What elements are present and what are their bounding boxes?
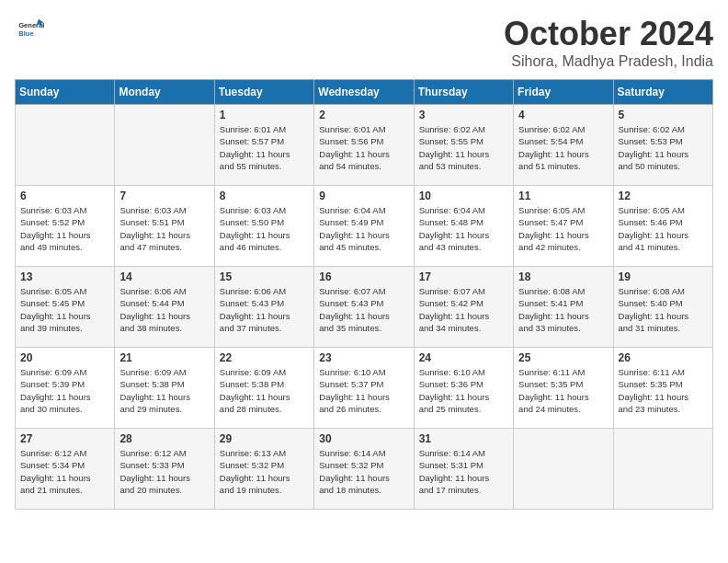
day-number: 17 [419,270,508,283]
day-number: 8 [220,190,309,202]
cell-week4-day5: 25Sunrise: 6:11 AM Sunset: 5:35 PM Dayli… [514,348,613,429]
col-tuesday: Tuesday [214,80,313,105]
cell-week1-day0 [16,105,115,186]
cell-week1-day1 [115,105,214,186]
day-info: Sunrise: 6:05 AM Sunset: 5:45 PM Dayligh… [20,285,109,334]
cell-week4-day4: 24Sunrise: 6:10 AM Sunset: 5:36 PM Dayli… [414,348,513,429]
week-row-3: 13Sunrise: 6:05 AM Sunset: 5:45 PM Dayli… [16,267,713,348]
cell-week1-day2: 1Sunrise: 6:01 AM Sunset: 5:57 PM Daylig… [214,105,313,186]
day-number: 28 [119,432,209,445]
svg-text:Blue: Blue [18,29,33,37]
day-number: 23 [319,351,408,364]
days-header-row: Sunday Monday Tuesday Wednesday Thursday… [16,80,713,105]
col-thursday: Thursday [414,80,513,105]
col-sunday: Sunday [16,80,115,105]
day-number: 7 [119,190,209,202]
day-number: 11 [518,190,608,202]
day-info: Sunrise: 6:09 AM Sunset: 5:39 PM Dayligh… [20,366,109,415]
day-number: 2 [319,109,408,121]
calendar-table: Sunday Monday Tuesday Wednesday Thursday… [15,79,713,510]
day-info: Sunrise: 6:12 AM Sunset: 5:34 PM Dayligh… [20,447,109,496]
day-info: Sunrise: 6:10 AM Sunset: 5:36 PM Dayligh… [419,366,508,415]
cell-week4-day6: 26Sunrise: 6:11 AM Sunset: 5:35 PM Dayli… [613,348,712,429]
day-info: Sunrise: 6:13 AM Sunset: 5:32 PM Dayligh… [220,447,309,496]
day-info: Sunrise: 6:02 AM Sunset: 5:54 PM Dayligh… [518,123,608,172]
cell-week3-day2: 15Sunrise: 6:06 AM Sunset: 5:43 PM Dayli… [214,267,313,348]
day-info: Sunrise: 6:09 AM Sunset: 5:38 PM Dayligh… [220,366,309,415]
day-number: 6 [20,190,109,202]
cell-week3-day1: 14Sunrise: 6:06 AM Sunset: 5:44 PM Dayli… [115,267,214,348]
day-number: 19 [619,270,708,283]
col-wednesday: Wednesday [314,80,414,105]
day-info: Sunrise: 6:06 AM Sunset: 5:44 PM Dayligh… [119,285,209,334]
day-number: 16 [319,270,408,283]
day-number: 12 [619,190,708,202]
week-row-2: 6Sunrise: 6:03 AM Sunset: 5:52 PM Daylig… [16,186,713,267]
cell-week2-day2: 8Sunrise: 6:03 AM Sunset: 5:50 PM Daylig… [214,186,313,267]
cell-week3-day5: 18Sunrise: 6:08 AM Sunset: 5:41 PM Dayli… [514,267,613,348]
cell-week1-day4: 3Sunrise: 6:02 AM Sunset: 5:55 PM Daylig… [414,105,513,186]
cell-week4-day0: 20Sunrise: 6:09 AM Sunset: 5:39 PM Dayli… [16,348,115,429]
cell-week1-day5: 4Sunrise: 6:02 AM Sunset: 5:54 PM Daylig… [514,105,613,186]
day-number: 22 [220,351,309,364]
day-info: Sunrise: 6:03 AM Sunset: 5:50 PM Dayligh… [220,204,309,253]
page-header: General Blue October 2024 Sihora, Madhya… [15,15,713,70]
title-location: Sihora, Madhya Pradesh, India [504,53,713,70]
day-info: Sunrise: 6:03 AM Sunset: 5:52 PM Dayligh… [20,204,109,253]
cell-week5-day4: 31Sunrise: 6:14 AM Sunset: 5:31 PM Dayli… [414,429,513,510]
day-number: 1 [220,109,309,121]
col-saturday: Saturday [613,80,712,105]
cell-week5-day5 [514,429,613,510]
day-info: Sunrise: 6:14 AM Sunset: 5:32 PM Dayligh… [319,447,408,496]
day-number: 15 [220,270,309,283]
cell-week5-day6 [613,429,712,510]
day-info: Sunrise: 6:01 AM Sunset: 5:57 PM Dayligh… [220,123,309,172]
day-info: Sunrise: 6:01 AM Sunset: 5:56 PM Dayligh… [319,123,408,172]
day-number: 24 [419,351,508,364]
cell-week4-day3: 23Sunrise: 6:10 AM Sunset: 5:37 PM Dayli… [314,348,414,429]
day-info: Sunrise: 6:05 AM Sunset: 5:46 PM Dayligh… [619,204,708,253]
cell-week3-day3: 16Sunrise: 6:07 AM Sunset: 5:43 PM Dayli… [314,267,414,348]
day-info: Sunrise: 6:12 AM Sunset: 5:33 PM Dayligh… [119,447,209,496]
title-block: October 2024 Sihora, Madhya Pradesh, Ind… [504,15,713,70]
day-info: Sunrise: 6:03 AM Sunset: 5:51 PM Dayligh… [119,204,209,253]
day-info: Sunrise: 6:04 AM Sunset: 5:49 PM Dayligh… [319,204,408,253]
day-number: 25 [518,351,608,364]
cell-week4-day1: 21Sunrise: 6:09 AM Sunset: 5:38 PM Dayli… [115,348,214,429]
cell-week3-day6: 19Sunrise: 6:08 AM Sunset: 5:40 PM Dayli… [613,267,712,348]
day-number: 20 [20,351,109,364]
week-row-4: 20Sunrise: 6:09 AM Sunset: 5:39 PM Dayli… [16,348,713,429]
day-info: Sunrise: 6:07 AM Sunset: 5:42 PM Dayligh… [419,285,508,334]
cell-week1-day3: 2Sunrise: 6:01 AM Sunset: 5:56 PM Daylig… [314,105,414,186]
cell-week2-day6: 12Sunrise: 6:05 AM Sunset: 5:46 PM Dayli… [613,186,712,267]
day-info: Sunrise: 6:10 AM Sunset: 5:37 PM Dayligh… [319,366,408,415]
cell-week2-day5: 11Sunrise: 6:05 AM Sunset: 5:47 PM Dayli… [514,186,613,267]
day-number: 18 [518,270,608,283]
cell-week2-day3: 9Sunrise: 6:04 AM Sunset: 5:49 PM Daylig… [314,186,414,267]
day-info: Sunrise: 6:11 AM Sunset: 5:35 PM Dayligh… [619,366,708,415]
day-number: 3 [419,109,508,121]
cell-week5-day1: 28Sunrise: 6:12 AM Sunset: 5:33 PM Dayli… [115,429,214,510]
day-info: Sunrise: 6:14 AM Sunset: 5:31 PM Dayligh… [419,447,508,496]
cell-week5-day0: 27Sunrise: 6:12 AM Sunset: 5:34 PM Dayli… [16,429,115,510]
day-info: Sunrise: 6:08 AM Sunset: 5:41 PM Dayligh… [518,285,608,334]
week-row-5: 27Sunrise: 6:12 AM Sunset: 5:34 PM Dayli… [16,429,713,510]
cell-week5-day3: 30Sunrise: 6:14 AM Sunset: 5:32 PM Dayli… [314,429,414,510]
cell-week2-day1: 7Sunrise: 6:03 AM Sunset: 5:51 PM Daylig… [115,186,214,267]
day-info: Sunrise: 6:11 AM Sunset: 5:35 PM Dayligh… [518,366,608,415]
day-number: 5 [619,109,708,121]
cell-week5-day2: 29Sunrise: 6:13 AM Sunset: 5:32 PM Dayli… [214,429,313,510]
logo: General Blue [15,15,44,37]
day-info: Sunrise: 6:02 AM Sunset: 5:53 PM Dayligh… [619,123,708,172]
day-number: 9 [319,190,408,202]
day-info: Sunrise: 6:09 AM Sunset: 5:38 PM Dayligh… [119,366,209,415]
cell-week4-day2: 22Sunrise: 6:09 AM Sunset: 5:38 PM Dayli… [214,348,313,429]
day-number: 13 [20,270,109,283]
col-friday: Friday [514,80,613,105]
day-info: Sunrise: 6:07 AM Sunset: 5:43 PM Dayligh… [319,285,408,334]
cell-week2-day4: 10Sunrise: 6:04 AM Sunset: 5:48 PM Dayli… [414,186,513,267]
cell-week3-day4: 17Sunrise: 6:07 AM Sunset: 5:42 PM Dayli… [414,267,513,348]
logo-icon: General Blue [18,17,44,37]
day-info: Sunrise: 6:04 AM Sunset: 5:48 PM Dayligh… [419,204,508,253]
day-number: 26 [619,351,708,364]
